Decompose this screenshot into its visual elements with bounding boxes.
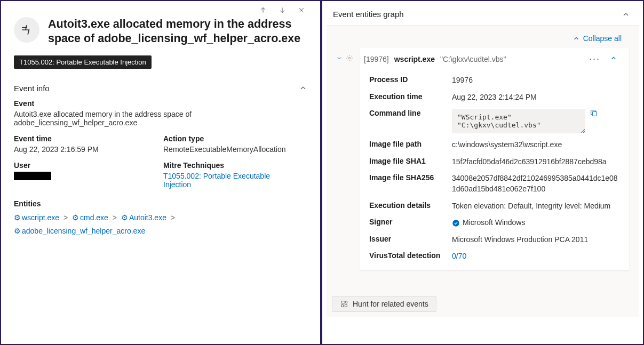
detail-label: Issuer	[369, 235, 447, 243]
chevron-up-icon[interactable]	[299, 84, 307, 92]
table-row: Command line "WScript.exe" "C:\gkxv\cudt…	[369, 106, 619, 137]
detail-value: c:\windows\system32\wscript.exe	[452, 140, 619, 150]
svg-point-0	[348, 57, 351, 59]
signer-name: Microsoft Windows	[463, 218, 525, 227]
event-label: Event	[14, 99, 307, 108]
action-type-value: RemoteExecutableMemoryAllocation	[163, 145, 307, 154]
process-detail-table: Process ID 19976 Execution time Aug 22, …	[360, 70, 629, 270]
more-menu-icon[interactable]: ···	[589, 53, 600, 65]
detail-value: 15f2facfd05daf46d2c63912916bf2887cebd98a	[452, 157, 619, 167]
detail-label: Execution details	[369, 201, 447, 210]
chevron-down-icon[interactable]	[336, 54, 344, 63]
panel-top-actions	[14, 5, 307, 15]
graph-panel-title: Event entities graph	[333, 10, 404, 19]
process-pid-bracket: [19976]	[364, 55, 389, 63]
entities-breadcrumb: ⚙wscript.exe > ⚙cmd.exe > ⚙Autoit3.exe >…	[14, 211, 307, 238]
gear-icon: ⚙	[121, 213, 128, 222]
mitre-technique-link[interactable]: T1055.002: Portable Executable Injection	[163, 172, 279, 189]
command-line-box[interactable]: "WScript.exe" "C:\gkxv\cudtel.vbs"	[452, 109, 585, 133]
verified-badge-icon	[452, 219, 460, 227]
mitre-tag[interactable]: T1055.002: Portable Executable Injection	[14, 55, 152, 69]
close-icon[interactable]	[297, 5, 306, 15]
gear-icon: ⚙	[14, 213, 21, 222]
detail-value: 19976	[452, 75, 619, 86]
detail-value: Microsoft Windows Production PCA 2011	[452, 235, 619, 245]
event-header: Autoit3.exe allocated memory in the addr…	[14, 17, 307, 46]
table-row: Image file SHA256 34008e2057df8842df2102…	[369, 170, 619, 197]
action-type-label: Action type	[163, 134, 307, 143]
process-node: [19976] wscript.exe "C:\gkxv\cudtel.vbs"…	[360, 48, 629, 270]
event-info-header[interactable]: Event info	[14, 84, 307, 93]
detail-label: Image file SHA1	[369, 157, 447, 165]
collapse-all-row: Collapse all	[333, 31, 632, 48]
breadcrumb-separator: >	[113, 213, 117, 222]
svg-rect-1	[592, 112, 597, 116]
table-row: Signer Microsoft Windows	[369, 214, 619, 231]
gear-icon: ⚙	[72, 213, 79, 222]
entities-label: Entities	[14, 199, 307, 208]
breadcrumb-separator: >	[63, 213, 68, 222]
detail-value: Microsoft Windows	[452, 218, 619, 228]
event-time-value: Aug 22, 2023 2:16:59 PM	[14, 145, 158, 154]
gear-icon: ⚙	[14, 227, 21, 235]
hunt-button-label: Hunt for related events	[353, 300, 428, 308]
graph-body: Collapse all [19976] wscript.exe "C:\gkx…	[327, 25, 639, 317]
table-row: VirusTotal detection 0/70	[369, 248, 619, 265]
detail-label: Signer	[369, 218, 447, 226]
event-text: Autoit3.exe allocated memory in the addr…	[14, 110, 219, 127]
user-label: User	[14, 161, 158, 170]
table-row: Image file path c:\windows\system32\wscr…	[369, 137, 619, 154]
lightning-icon	[14, 17, 39, 43]
graph-panel-header[interactable]: Event entities graph	[327, 5, 639, 25]
user-redacted	[14, 172, 51, 180]
detail-value: 34008e2057df8842df210246995385a0441dc1e0…	[452, 173, 619, 194]
up-arrow-icon[interactable]	[258, 5, 268, 15]
entity-link[interactable]: adobe_licensing_wf_helper_acro.exe	[22, 227, 145, 235]
detail-label: Process ID	[369, 75, 447, 84]
down-arrow-icon[interactable]	[277, 5, 287, 15]
event-info-label: Event info	[14, 84, 50, 93]
breadcrumb-separator: >	[171, 213, 175, 222]
detail-label: Command line	[369, 109, 447, 117]
event-detail-panel: Autoit3.exe allocated memory in the addr…	[0, 0, 321, 345]
detail-label: Execution time	[369, 92, 447, 101]
gear-icon	[346, 54, 354, 63]
collapse-all-label: Collapse all	[583, 34, 622, 43]
table-row: Execution time Aug 22, 2023 2:14:24 PM	[369, 89, 619, 106]
svg-point-3	[345, 301, 347, 303]
event-title: Autoit3.exe allocated memory in the addr…	[48, 17, 307, 46]
entity-link[interactable]: cmd.exe	[80, 213, 108, 222]
table-row: Execution details Token elevation: Defau…	[369, 198, 619, 215]
svg-point-2	[452, 220, 459, 227]
detail-label: Image file path	[369, 140, 447, 148]
detail-value: Aug 22, 2023 2:14:24 PM	[452, 92, 619, 103]
entity-link[interactable]: wscript.exe	[22, 213, 59, 222]
entity-link[interactable]: Autoit3.exe	[129, 213, 166, 222]
table-row: Image file SHA1 15f2facfd05daf46d2c63912…	[369, 154, 619, 171]
chevron-up-icon[interactable]	[610, 54, 617, 63]
detail-label: Image file SHA256	[369, 173, 447, 182]
table-row: Issuer Microsoft Windows Production PCA …	[369, 231, 619, 248]
detail-value: Token elevation: Default, Integrity leve…	[452, 201, 619, 212]
process-args: "C:\gkxv\cudtel.vbs"	[440, 55, 579, 63]
process-name: wscript.exe	[394, 55, 435, 63]
hunt-related-events-button[interactable]: Hunt for related events	[332, 296, 436, 312]
virustotal-link[interactable]: 0/70	[452, 251, 619, 262]
table-row: Process ID 19976	[369, 72, 619, 89]
detail-label: VirusTotal detection	[369, 251, 447, 260]
mitre-techniques-label: Mitre Techniques	[163, 161, 307, 170]
collapse-all-button[interactable]: Collapse all	[573, 34, 622, 43]
entities-graph-panel: Event entities graph Collapse all [19976…	[321, 0, 644, 345]
process-node-header[interactable]: [19976] wscript.exe "C:\gkxv\cudtel.vbs"…	[360, 48, 629, 70]
event-time-label: Event time	[14, 134, 158, 143]
chevron-up-icon[interactable]	[622, 10, 630, 19]
copy-icon[interactable]	[590, 109, 598, 117]
